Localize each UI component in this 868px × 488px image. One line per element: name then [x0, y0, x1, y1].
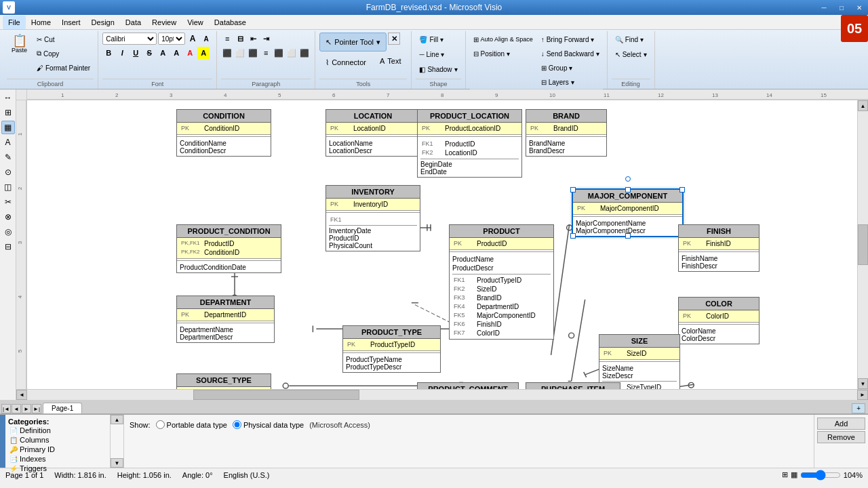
- panel-resizer[interactable]: [0, 415, 5, 468]
- view-normal-icon[interactable]: ⊞: [782, 470, 788, 479]
- scroll-thumb-h[interactable]: [193, 390, 359, 400]
- horizontal-scrollbar[interactable]: ◄ ►: [16, 389, 868, 400]
- scroll-down-button[interactable]: ▼: [858, 378, 868, 389]
- tab-next-button[interactable]: ►: [22, 404, 31, 413]
- tree-item-primary-id[interactable]: 🔑 Primary ID: [8, 445, 107, 454]
- decrease-indent-button[interactable]: ⇤: [247, 33, 259, 45]
- remove-button[interactable]: Remove: [817, 431, 865, 443]
- shrink-font-button[interactable]: A: [200, 33, 212, 45]
- bold-button[interactable]: B: [102, 47, 115, 59]
- font-size-select[interactable]: 10pt.: [158, 33, 185, 45]
- tab-prev-button[interactable]: ◄: [12, 404, 21, 413]
- canvas[interactable]: H: [27, 100, 857, 389]
- left-tool-11[interactable]: ⊟: [1, 240, 15, 253]
- menu-view[interactable]: View: [182, 16, 209, 29]
- minimize-button[interactable]: ─: [815, 0, 833, 15]
- tree-item-columns[interactable]: 📋 Columns: [8, 435, 107, 445]
- cut-button[interactable]: ✂ Cut: [33, 33, 94, 46]
- menu-design[interactable]: Design: [86, 16, 120, 29]
- shadow-button[interactable]: ◧ Shadow ▾: [416, 62, 460, 76]
- tree-item-definition[interactable]: 📄 Definition: [8, 426, 107, 435]
- paste-button[interactable]: 📋 Paste: [7, 33, 32, 56]
- align-center-button[interactable]: ⬜: [234, 47, 246, 59]
- numbering-button[interactable]: ⊟: [234, 33, 246, 45]
- strikethrough-button[interactable]: S: [143, 47, 155, 59]
- view-layout-icon[interactable]: ▦: [791, 470, 797, 479]
- table-product-comment[interactable]: PRODUCT_COMMENT PK,FK1 ProductID PK,FK2 …: [417, 382, 519, 389]
- tab-first-button[interactable]: |◄: [1, 404, 11, 413]
- selection-handle-bl[interactable]: [570, 233, 576, 239]
- select-button[interactable]: ↖ Select ▾: [612, 47, 650, 61]
- copy-button[interactable]: ⧉ Copy: [33, 47, 94, 60]
- group-button[interactable]: ⊞ Group ▾: [538, 61, 603, 75]
- fill-button[interactable]: 🪣 Fill ▾: [416, 33, 447, 46]
- table-brand[interactable]: BRAND PK BrandID BrandName BrandDescr: [526, 109, 607, 157]
- layers-button[interactable]: ⊟ Layers ▾: [538, 75, 603, 89]
- table-source-type[interactable]: SOURCE_TYPE PK SourceTypeID SourceTypeNa…: [176, 373, 271, 389]
- connector-button[interactable]: ⌇ Connector: [319, 53, 372, 72]
- position-button[interactable]: ⊟ Position ▾: [470, 47, 536, 60]
- left-tool-2[interactable]: ⊞: [1, 106, 15, 119]
- tree-item-indexes[interactable]: 📑 Indexes: [8, 454, 107, 464]
- add-button[interactable]: Add: [817, 418, 865, 430]
- align-right-button[interactable]: ⬛: [247, 47, 259, 59]
- radio-physical-label[interactable]: Physical data type: [233, 420, 304, 429]
- table-major-component[interactable]: MAJOR_COMPONENT PK MajorComponentID Majo…: [572, 188, 684, 237]
- selection-handle-tl[interactable]: [570, 187, 576, 192]
- table-product-type[interactable]: PRODUCT_TYPE PK ProductTypeID ProductTyp…: [342, 325, 441, 373]
- scroll-thumb-v[interactable]: [858, 224, 868, 265]
- line-button[interactable]: ─ Line ▾: [416, 47, 448, 61]
- font-family-select[interactable]: Calibri: [102, 33, 157, 45]
- pointer-close-button[interactable]: ✕: [388, 33, 400, 45]
- subscript-button[interactable]: A: [157, 47, 169, 59]
- table-inventory[interactable]: INVENTORY PK InventoryID FK1: [326, 185, 420, 251]
- left-tool-6[interactable]: ⊙: [1, 165, 15, 179]
- left-tool-10[interactable]: ◎: [1, 225, 15, 239]
- radio-portable[interactable]: [156, 420, 165, 429]
- left-tool-1[interactable]: ↔: [1, 91, 15, 104]
- left-tool-4[interactable]: A: [1, 136, 15, 149]
- table-product[interactable]: PRODUCT PK ProductID ProductName Product…: [449, 224, 554, 340]
- auto-align-button[interactable]: ⊞ Auto Align & Space: [470, 33, 536, 46]
- table-size[interactable]: SIZE PK SizeID SizeName SizeDescr FK1: [599, 334, 680, 389]
- menu-data[interactable]: Data: [120, 16, 146, 29]
- grow-font-button[interactable]: A: [186, 33, 199, 45]
- table-color[interactable]: COLOR PK ColorID ColorName ColorDescr: [678, 297, 760, 344]
- highlight-button[interactable]: A: [197, 47, 210, 59]
- superscript-button[interactable]: A: [170, 47, 182, 59]
- radio-physical[interactable]: [233, 420, 241, 429]
- menu-review[interactable]: Review: [146, 16, 182, 29]
- add-page-button[interactable]: +: [852, 403, 865, 413]
- align-bottom-button[interactable]: ⬛: [298, 47, 311, 59]
- font-color-button[interactable]: A: [184, 47, 196, 59]
- radio-portable-label[interactable]: Portable data type: [156, 420, 227, 429]
- pointer-tool-button[interactable]: ↖ Pointer Tool ▾: [319, 33, 387, 52]
- panel-scroll-up[interactable]: ▲: [111, 415, 123, 424]
- left-tool-7[interactable]: ◫: [1, 180, 15, 194]
- underline-button[interactable]: U: [130, 47, 142, 59]
- table-product-location[interactable]: PRODUCT_LOCATION PK ProductLocationID FK…: [417, 109, 522, 178]
- table-condition[interactable]: CONDITION PK ConditionID ConditionName C…: [176, 109, 271, 157]
- page-tab-1[interactable]: Page-1: [43, 403, 82, 413]
- selection-handle-rotate[interactable]: [625, 176, 631, 182]
- align-middle-button[interactable]: ⬜: [285, 47, 298, 59]
- maximize-button[interactable]: □: [833, 0, 850, 15]
- scroll-right-button[interactable]: ►: [857, 390, 868, 400]
- selection-handle-bc[interactable]: [625, 233, 631, 239]
- scroll-left-button[interactable]: ◄: [16, 390, 27, 400]
- text-button[interactable]: A Text: [374, 53, 408, 69]
- selection-handle-tc[interactable]: [625, 187, 631, 192]
- zoom-slider[interactable]: [800, 470, 841, 481]
- left-tool-8[interactable]: ✂: [1, 195, 15, 209]
- send-backward-button[interactable]: ↓ Send Backward ▾: [538, 47, 603, 60]
- menu-file[interactable]: File: [3, 16, 26, 29]
- table-product-condition[interactable]: PRODUCT_CONDITION PK,FK1 ProductID PK,FK…: [176, 224, 281, 273]
- align-top-button[interactable]: ⬛: [273, 47, 285, 59]
- menu-insert[interactable]: Insert: [56, 16, 86, 29]
- italic-button[interactable]: I: [116, 47, 128, 59]
- table-purchase-item[interactable]: PURCHASE_ITEM PK,FK1 PurchaseID PK,FK2 P…: [526, 382, 620, 389]
- tab-last-button[interactable]: ►|: [32, 404, 41, 413]
- vertical-scrollbar[interactable]: ▲ ▼: [857, 100, 868, 389]
- menu-database[interactable]: Database: [209, 16, 252, 29]
- increase-indent-button[interactable]: ⇥: [260, 33, 272, 45]
